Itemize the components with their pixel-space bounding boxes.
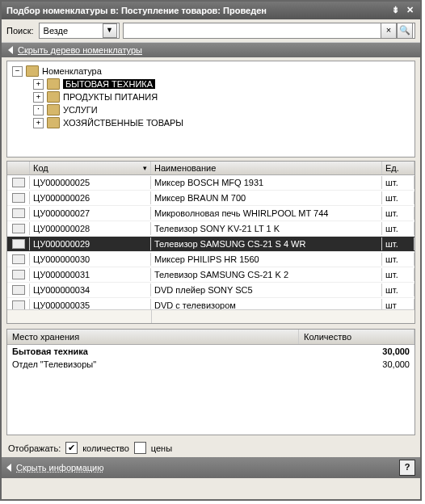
storage-header-place[interactable]: Место хранения <box>7 330 299 344</box>
expander-icon[interactable]: + <box>33 92 44 103</box>
cell-name: Миксер PHILIPS HR 1560 <box>151 253 382 266</box>
cell-unit: шт. <box>382 191 414 204</box>
item-icon <box>12 300 25 309</box>
expander-icon[interactable]: + <box>33 118 44 128</box>
item-icon <box>12 224 25 233</box>
tree-item[interactable]: ·УСЛУГИ <box>11 103 411 116</box>
item-icon <box>12 270 25 279</box>
item-icon <box>12 254 25 264</box>
hide-info-link[interactable]: Скрыть информацию <box>16 463 104 472</box>
cell-code: ЦУ000000026 <box>30 191 151 204</box>
tree-item[interactable]: +БЫТОВАЯ ТЕХНИКА <box>11 78 411 90</box>
table-row[interactable]: ЦУ000000035DVD с телевизоромшт <box>7 298 414 309</box>
tree-item-label: ПРОДУКТЫ ПИТАНИЯ <box>63 92 158 102</box>
tree-item[interactable]: +ХОЗЯЙСТВЕННЫЕ ТОВАРЫ <box>11 116 411 129</box>
cell-unit: шт. <box>382 222 414 235</box>
cell-name: Телевизор SAMSUNG CS-21 K 2 <box>151 268 382 281</box>
grid-header-name[interactable]: Наименование <box>151 162 382 174</box>
cell-name: Телевизор SAMSUNG CS-21 S 4 WR <box>151 237 382 250</box>
cell-name: Миксер BOSCH MFQ 1931 <box>151 176 382 189</box>
grid-scrollbar[interactable] <box>7 309 414 323</box>
tree-item[interactable]: +ПРОДУКТЫ ПИТАНИЯ <box>11 90 411 103</box>
search-input[interactable] <box>125 26 381 36</box>
cell-name: DVD с телевизором <box>151 299 382 309</box>
storage-panel: Место хранения Количество Бытовая техник… <box>6 329 415 435</box>
cell-code: ЦУ000000025 <box>30 176 151 189</box>
cell-name: DVD плейер SONY SC5 <box>151 284 382 296</box>
search-icon[interactable]: 🔍 <box>397 23 413 39</box>
cell-unit: шт. <box>382 176 414 189</box>
cell-code: ЦУ000000029 <box>30 237 151 250</box>
table-row[interactable]: ЦУ000000031Телевизор SAMSUNG CS-21 K 2шт… <box>7 267 414 283</box>
item-icon <box>12 208 25 218</box>
grid-header: Код ▾ Наименование Ед. <box>7 162 414 175</box>
expander-icon[interactable]: − <box>12 66 23 77</box>
folder-icon <box>47 117 60 128</box>
search-scope-value: Везде <box>41 26 103 36</box>
window-title: Подбор номенклатуры в: Поступление товар… <box>6 6 386 15</box>
storage-qty: 30,000 <box>300 345 414 358</box>
collapse-tree-icon[interactable] <box>8 46 13 54</box>
storage-body: Бытовая техника30,000Отдел "Телевизоры"3… <box>7 345 414 435</box>
grid-header-unit[interactable]: Ед. <box>382 162 414 174</box>
storage-row[interactable]: Отдел "Телевизоры"30,000 <box>7 358 414 371</box>
cell-unit: шт. <box>382 237 414 250</box>
item-icon <box>12 239 25 249</box>
collapse-info-icon[interactable] <box>6 464 11 472</box>
pin-icon[interactable]: ⇟ <box>389 5 401 16</box>
cell-code: ЦУ000000030 <box>30 253 151 266</box>
table-row[interactable]: ЦУ000000028Телевизор SONY KV-21 LT 1 Kшт… <box>7 221 414 237</box>
cell-unit: шт. <box>382 284 414 296</box>
chevron-down-icon[interactable]: ▼ <box>103 23 117 38</box>
grid-header-icon[interactable] <box>7 162 30 174</box>
nomenclature-tree: − Номенклатура +БЫТОВАЯ ТЕХНИКА+ПРОДУКТЫ… <box>6 61 415 158</box>
items-grid: Код ▾ Наименование Ед. ЦУ000000025Миксер… <box>6 161 415 324</box>
table-row[interactable]: ЦУ000000034DVD плейер SONY SC5шт. <box>7 283 414 298</box>
storage-place: Отдел "Телевизоры" <box>7 358 300 371</box>
titlebar: Подбор номенклатуры в: Поступление товар… <box>2 2 420 19</box>
qty-checkbox[interactable] <box>65 442 78 454</box>
tree-root-label[interactable]: Номенклатура <box>42 66 102 76</box>
close-icon[interactable]: ✕ <box>404 5 415 16</box>
search-scope-combo[interactable]: Везде ▼ <box>39 23 120 39</box>
folder-icon <box>47 104 60 116</box>
table-row[interactable]: ЦУ000000026Миксер BRAUN M 700шт. <box>7 191 414 206</box>
help-button[interactable]: ? <box>399 460 415 476</box>
folder-icon <box>47 78 60 90</box>
display-label: Отображать: <box>8 443 61 453</box>
tree-item-label: БЫТОВАЯ ТЕХНИКА <box>63 79 155 89</box>
table-row[interactable]: ЦУ000000030Миксер PHILIPS HR 1560шт. <box>7 252 414 267</box>
expander-icon[interactable]: + <box>33 79 44 90</box>
grid-body: ЦУ000000025Миксер BOSCH MFQ 1931шт.ЦУ000… <box>7 175 414 309</box>
tree-item-label: ХОЗЯЙСТВЕННЫЕ ТОВАРЫ <box>63 118 183 128</box>
table-row[interactable]: ЦУ000000027Микроволновая печь WHIRLPOOL … <box>7 206 414 221</box>
item-icon <box>12 178 25 187</box>
storage-place: Бытовая техника <box>7 345 300 358</box>
cell-name: Миксер BRAUN M 700 <box>151 191 382 204</box>
folder-icon <box>47 91 60 103</box>
cell-name: Микроволновая печь WHIRLPOOL MT 744 <box>151 207 382 220</box>
cell-unit: шт. <box>382 207 414 220</box>
prices-checkbox[interactable] <box>134 442 146 454</box>
table-row[interactable]: ЦУ000000029Телевизор SAMSUNG CS-21 S 4 W… <box>7 237 414 252</box>
grid-header-code[interactable]: Код ▾ <box>30 162 151 174</box>
search-label: Поиск: <box>6 26 34 36</box>
qty-label: количество <box>82 443 129 453</box>
hide-tree-link[interactable]: Скрыть дерево номенклатуры <box>18 45 142 55</box>
cell-name: Телевизор SONY KV-21 LT 1 K <box>151 222 382 235</box>
chevron-down-icon[interactable]: ▾ <box>143 164 147 172</box>
cell-code: ЦУ000000034 <box>30 284 151 296</box>
table-row[interactable]: ЦУ000000025Миксер BOSCH MFQ 1931шт. <box>7 175 414 191</box>
folder-icon <box>26 65 39 77</box>
footer-row: Скрыть информацию ? <box>2 457 420 478</box>
storage-row[interactable]: Бытовая техника30,000 <box>7 345 414 358</box>
storage-header-qty[interactable]: Количество <box>299 330 414 344</box>
tree-item-label: УСЛУГИ <box>63 105 98 115</box>
search-field[interactable]: × 🔍 <box>123 23 415 39</box>
selection-window: Подбор номенклатуры в: Поступление товар… <box>0 0 422 501</box>
clear-search-icon[interactable]: × <box>381 23 397 39</box>
expander-icon[interactable]: · <box>33 105 44 116</box>
cell-code: ЦУ000000035 <box>30 299 151 309</box>
cell-unit: шт. <box>382 268 414 281</box>
cell-unit: шт. <box>382 253 414 266</box>
